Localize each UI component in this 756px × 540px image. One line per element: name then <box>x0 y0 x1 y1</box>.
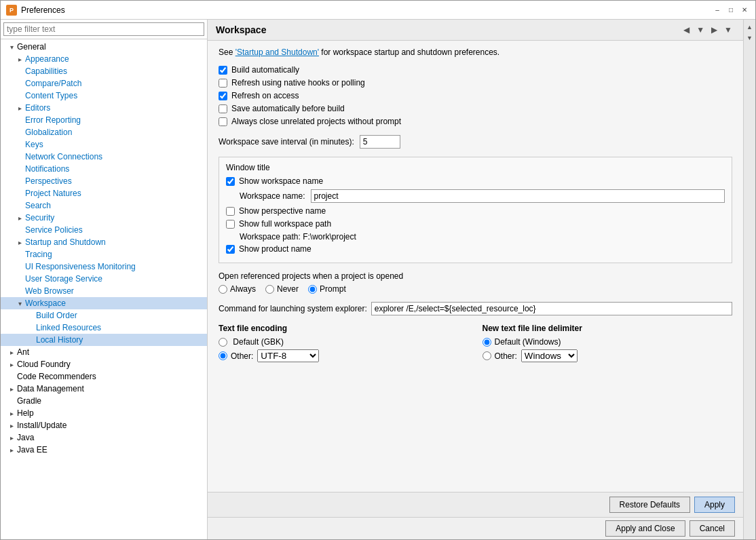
tree-item-ui-responsiveness[interactable]: UI Responsiveness Monitoring <box>1 261 207 273</box>
tree-item-cloud-foundry[interactable]: ▸Cloud Foundry <box>1 358 207 370</box>
workspace-name-input[interactable] <box>311 189 725 203</box>
tree-label-editors: Editors <box>25 103 50 113</box>
filter-bar <box>1 20 207 39</box>
tree-item-perspectives[interactable]: Perspectives <box>1 175 207 187</box>
tree-item-code-recommenders[interactable]: Code Recommenders <box>1 370 207 383</box>
close-button[interactable]: ✕ <box>739 5 750 16</box>
tree-item-user-storage[interactable]: User Storage Service <box>1 273 207 285</box>
tree-item-error-reporting[interactable]: Error Reporting <box>1 114 207 126</box>
panel-body: See 'Startup and Shutdown' for workspace… <box>208 41 743 492</box>
window-controls: – □ ✕ <box>712 5 750 16</box>
filter-input[interactable] <box>3 22 204 36</box>
side-btn-2[interactable]: ▼ <box>745 33 755 43</box>
delimiter-other-radio[interactable] <box>483 351 491 360</box>
tree-item-service-policies[interactable]: Service Policies <box>1 224 207 236</box>
side-btn-1[interactable]: ▲ <box>745 22 755 32</box>
encoding-default-radio[interactable] <box>219 338 227 347</box>
tree-item-workspace[interactable]: ▾Workspace <box>1 297 207 309</box>
tree-item-ant[interactable]: ▸Ant <box>1 346 207 358</box>
tree-item-compare-patch[interactable]: Compare/Patch <box>1 77 207 90</box>
tree-item-web-browser[interactable]: Web Browser <box>1 285 207 297</box>
tree-expand-data-management: ▸ <box>6 385 17 393</box>
tree-label-notifications: Notifications <box>25 164 69 174</box>
restore-defaults-button[interactable]: Restore Defaults <box>609 497 690 513</box>
show-perspective-name-checkbox[interactable] <box>226 207 235 216</box>
cancel-button[interactable]: Cancel <box>689 520 735 537</box>
forward-button[interactable]: ▶ <box>708 24 720 36</box>
checkbox-refresh-access[interactable] <box>219 92 227 100</box>
prompt-radio[interactable] <box>308 285 317 294</box>
checkbox-label-refresh-native: Refresh using native hooks or polling <box>231 78 365 88</box>
maximize-button[interactable]: □ <box>725 5 736 16</box>
show-product-name-checkbox[interactable] <box>226 245 235 254</box>
tree-item-data-management[interactable]: ▸Data Management <box>1 383 207 395</box>
tree-area[interactable]: ▾General▸AppearanceCapabilitiesCompare/P… <box>1 39 207 539</box>
tree-expand-cloud-foundry: ▸ <box>6 361 17 368</box>
tree-expand-appearance: ▸ <box>14 56 25 63</box>
encoding-other-radio[interactable] <box>219 351 227 360</box>
show-product-name-row: Show product name <box>226 244 725 254</box>
tree-item-editors[interactable]: ▸Editors <box>1 102 207 114</box>
tree-item-startup-shutdown[interactable]: ▸Startup and Shutdown <box>1 236 207 248</box>
checkbox-close-unrelated[interactable] <box>219 117 227 126</box>
checkbox-label-save-before-build: Save automatically before build <box>231 104 345 113</box>
checkbox-build-auto[interactable] <box>219 66 227 75</box>
command-input[interactable] <box>371 302 732 315</box>
title-bar: P Preferences – □ ✕ <box>1 1 755 20</box>
apply-and-close-button[interactable]: Apply and Close <box>605 520 685 537</box>
tree-item-local-history[interactable]: Local History <box>1 334 207 346</box>
tree-item-general[interactable]: ▾General <box>1 41 207 53</box>
show-workspace-name-checkbox[interactable] <box>226 177 235 186</box>
checkbox-label-close-unrelated: Always close unrelated projects without … <box>231 117 401 126</box>
show-full-path-checkbox[interactable] <box>226 220 235 229</box>
tree-item-search[interactable]: Search <box>1 199 207 212</box>
right-panel: Workspace ◀ ▼ ▶ ▼ See 'Startup and Shutd… <box>208 20 743 539</box>
tree-item-appearance[interactable]: ▸Appearance <box>1 53 207 65</box>
never-radio[interactable] <box>265 285 274 294</box>
tree-item-globalization[interactable]: Globalization <box>1 126 207 138</box>
save-interval-input[interactable] <box>360 135 400 149</box>
tree-item-help[interactable]: ▸Help <box>1 407 207 419</box>
show-workspace-name-row: Show workspace name <box>226 176 725 186</box>
checkbox-save-before-build[interactable] <box>219 104 227 113</box>
delimiter-default-radio[interactable] <box>483 338 491 347</box>
tree-item-gradle[interactable]: Gradle <box>1 395 207 407</box>
tree-item-network-connections[interactable]: Network Connections <box>1 151 207 163</box>
tree-item-security[interactable]: ▸Security <box>1 212 207 224</box>
tree-label-perspectives: Perspectives <box>25 176 72 186</box>
tree-label-security: Security <box>25 213 54 223</box>
startup-shutdown-link[interactable]: 'Startup and Shutdown' <box>235 47 319 57</box>
forward-dropdown-button[interactable]: ▼ <box>721 24 735 36</box>
encoding-select[interactable]: UTF-8 UTF-16 ISO-8859-1 US-ASCII GBK <box>257 349 319 362</box>
back-dropdown-button[interactable]: ▼ <box>694 24 707 36</box>
tree-label-service-policies: Service Policies <box>25 225 83 235</box>
show-full-path-row: Show full workspace path <box>226 219 725 229</box>
tree-item-notifications[interactable]: Notifications <box>1 163 207 175</box>
save-interval-label: Workspace save interval (in minutes): <box>219 137 354 147</box>
tree-item-install-update[interactable]: ▸Install/Update <box>1 419 207 431</box>
tree-item-linked-resources[interactable]: Linked Resources <box>1 322 207 334</box>
tree-label-project-natures: Project Natures <box>25 189 81 198</box>
back-button[interactable]: ◀ <box>681 24 692 36</box>
tree-item-tracing[interactable]: Tracing <box>1 248 207 261</box>
tree-item-java-ee[interactable]: ▸Java EE <box>1 444 207 456</box>
tree-item-java[interactable]: ▸Java <box>1 431 207 444</box>
tree-expand-java-ee: ▸ <box>6 446 17 454</box>
apply-button[interactable]: Apply <box>694 497 735 513</box>
tree-item-build-order[interactable]: Build Order <box>1 309 207 322</box>
prompt-option: Prompt <box>308 284 346 294</box>
tree-expand-startup-shutdown: ▸ <box>14 239 25 246</box>
always-radio[interactable] <box>219 285 227 294</box>
side-strip: ▲ ▼ <box>743 20 755 539</box>
encoding-default-label: Default (GBK) <box>231 337 284 347</box>
window-title-group: Window title Show workspace name Workspa… <box>219 157 732 263</box>
tree-item-project-natures[interactable]: Project Natures <box>1 187 207 199</box>
tree-label-ui-responsiveness: UI Responsiveness Monitoring <box>25 262 136 271</box>
tree-item-capabilities[interactable]: Capabilities <box>1 65 207 77</box>
tree-item-keys[interactable]: Keys <box>1 138 207 151</box>
checkbox-refresh-native[interactable] <box>219 79 227 88</box>
delimiter-select[interactable]: Windows Unix Mac OS X <box>521 349 578 362</box>
tree-item-content-types[interactable]: Content Types <box>1 90 207 102</box>
tree-expand-java: ▸ <box>6 434 17 442</box>
minimize-button[interactable]: – <box>712 5 723 16</box>
